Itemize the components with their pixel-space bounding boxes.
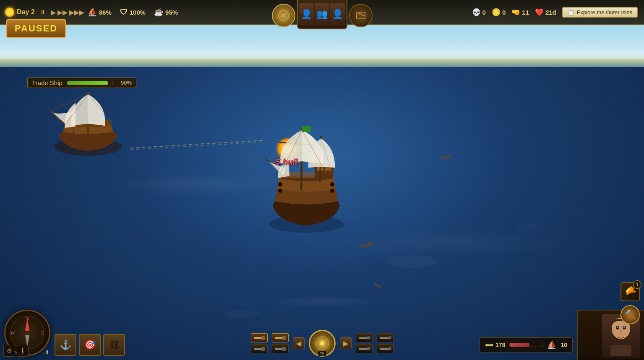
weapon-slot-selected[interactable]: 79 bbox=[309, 330, 336, 357]
health-bar-container bbox=[67, 81, 113, 85]
map-button[interactable] bbox=[349, 4, 373, 27]
pause-button[interactable]: ⏸ bbox=[38, 8, 47, 16]
paused-banner: PAUSED bbox=[6, 19, 66, 38]
skull-icon: 💀 bbox=[472, 8, 481, 17]
portrait-figure-1: 👤 bbox=[299, 3, 314, 26]
hud-right-section: 💀 0 🪙 0 🤜 11 ❤️ 21d 📋 Explore the Outer … bbox=[466, 7, 644, 18]
center-portraits: 👤 👥 👤 bbox=[297, 0, 347, 29]
compass-needle-north bbox=[25, 318, 29, 331]
resource-skull: 💀 0 bbox=[472, 8, 486, 17]
heart-icon: ❤️ bbox=[535, 8, 544, 17]
trade-ship-hud: Trade Ship 90% bbox=[27, 78, 136, 88]
ship-name-bar: Trade Ship 90% bbox=[27, 78, 136, 88]
speed-value: 178 bbox=[495, 342, 505, 348]
day-indicator: Day 2 bbox=[5, 8, 35, 17]
ammo-count: 79 bbox=[318, 351, 326, 356]
ranged-button[interactable]: 🔫 1 bbox=[621, 282, 640, 301]
svg-rect-38 bbox=[261, 336, 265, 340]
hud-stats: ⛵ 86% 🛡 100% ☕ 95% bbox=[88, 8, 178, 17]
coin-icon: 🪙 bbox=[492, 8, 501, 17]
ship-icon-stat: ⛵ bbox=[547, 340, 556, 350]
sail-icon: ⛵ bbox=[88, 8, 97, 17]
svg-rect-42 bbox=[282, 336, 286, 340]
food-value: 95% bbox=[165, 9, 178, 16]
walk-button[interactable]: 🚶 bbox=[17, 345, 29, 357]
svg-rect-35 bbox=[357, 12, 365, 19]
svg-point-60 bbox=[623, 326, 625, 328]
crew-value: 11 bbox=[522, 9, 529, 16]
settings-button[interactable]: ⚙ bbox=[3, 345, 15, 357]
compass-west: W bbox=[10, 330, 15, 335]
weapon-slot-2[interactable] bbox=[251, 344, 268, 353]
svg-point-55 bbox=[388, 347, 391, 350]
resource-crew: 🤜 11 bbox=[511, 8, 529, 17]
speed-bar bbox=[509, 343, 543, 347]
board-button[interactable]: ⛓ bbox=[103, 334, 125, 356]
svg-point-53 bbox=[388, 336, 391, 339]
ship-name-text: Trade Ship bbox=[32, 79, 63, 86]
weapon-slot-8[interactable] bbox=[377, 344, 394, 353]
svg-point-47 bbox=[320, 341, 324, 345]
hull-value: 100% bbox=[130, 9, 146, 16]
quest-button[interactable]: 📋 Explore the Outer Isles bbox=[562, 7, 638, 18]
food-icon: ☕ bbox=[154, 8, 163, 17]
svg-rect-52 bbox=[380, 337, 389, 339]
health-percent: 90% bbox=[117, 80, 132, 86]
weapon-selector: ◀ 79 ▶ bbox=[251, 330, 394, 357]
ship-status-icon: ⛵ bbox=[547, 340, 556, 350]
speed-fastest-button[interactable]: ▶▶▶ bbox=[69, 8, 84, 16]
time-value: 21d bbox=[545, 9, 556, 16]
trade-ship[interactable] bbox=[42, 80, 134, 163]
repair-value: 10 bbox=[561, 342, 567, 348]
speed-icon: ⟺ bbox=[485, 342, 493, 348]
sail-value: 86% bbox=[99, 9, 112, 16]
hull-stat: 🛡 100% bbox=[120, 8, 146, 17]
speed-step-button[interactable]: ▶ bbox=[51, 8, 56, 16]
anchor-button[interactable]: ⚓ bbox=[55, 334, 76, 356]
weapon-nav-right[interactable]: ▶ bbox=[340, 337, 352, 349]
speed-stat: ⟺ 178 bbox=[485, 342, 505, 348]
compass-button[interactable] bbox=[272, 4, 295, 27]
svg-point-51 bbox=[367, 347, 370, 350]
weapon-slot-5[interactable] bbox=[356, 333, 373, 342]
crew-icon: 🤜 bbox=[511, 8, 520, 17]
weapon-slot-3[interactable] bbox=[272, 333, 289, 342]
weapon-slot-7[interactable] bbox=[377, 333, 394, 342]
speed-fast-button[interactable]: ▶▶ bbox=[57, 8, 68, 16]
quest-label: Explore the Outer Isles bbox=[577, 9, 632, 16]
tools-button[interactable]: 🔨 bbox=[621, 305, 640, 324]
food-stat: ☕ 95% bbox=[154, 8, 178, 17]
portrait-figure-3: 👤 bbox=[330, 3, 345, 26]
speed-controls: ▶ ▶▶ ▶▶▶ bbox=[51, 8, 84, 16]
svg-point-25 bbox=[278, 182, 282, 186]
svg-rect-50 bbox=[359, 348, 368, 350]
hud-left-section: Day 2 ⏸ ▶ ▶▶ ▶▶▶ ⛵ 86% 🛡 100% ☕ 95% bbox=[0, 8, 183, 17]
svg-point-59 bbox=[617, 326, 618, 328]
target-button[interactable]: 🎯 bbox=[79, 334, 101, 356]
weapon-slot-6[interactable] bbox=[356, 344, 373, 353]
svg-rect-48 bbox=[359, 337, 368, 339]
damage-text: -5 hull bbox=[273, 157, 297, 167]
compass-number: 4 bbox=[45, 350, 48, 355]
svg-point-26 bbox=[278, 189, 282, 193]
skull-value: 0 bbox=[482, 9, 486, 16]
svg-rect-54 bbox=[380, 348, 389, 350]
svg-point-30 bbox=[282, 14, 285, 17]
svg-rect-20 bbox=[302, 126, 311, 132]
svg-point-27 bbox=[330, 182, 334, 186]
coin-value: 0 bbox=[502, 9, 506, 16]
weapon-slot-1[interactable] bbox=[251, 333, 268, 342]
player-ship[interactable] bbox=[252, 122, 361, 239]
game-canvas: -5 hull bbox=[0, 0, 644, 360]
weapon-slot-4[interactable] bbox=[272, 344, 289, 353]
ship-status-bar: ⟺ 178 ⛵ 10 bbox=[480, 337, 573, 352]
svg-point-28 bbox=[330, 189, 334, 193]
bottom-action-buttons: ⚓ 🎯 ⛓ bbox=[55, 334, 125, 356]
ammo-corner-badge: 1 bbox=[633, 280, 641, 289]
sail-stat: ⛵ 86% bbox=[88, 8, 112, 17]
weapon-nav-left[interactable]: ◀ bbox=[293, 337, 305, 349]
svg-rect-44 bbox=[282, 347, 286, 351]
compass-sub-buttons: ⚙ 🚶 bbox=[3, 345, 29, 357]
svg-rect-40 bbox=[261, 347, 265, 351]
paused-text: PAUSED bbox=[15, 23, 57, 34]
